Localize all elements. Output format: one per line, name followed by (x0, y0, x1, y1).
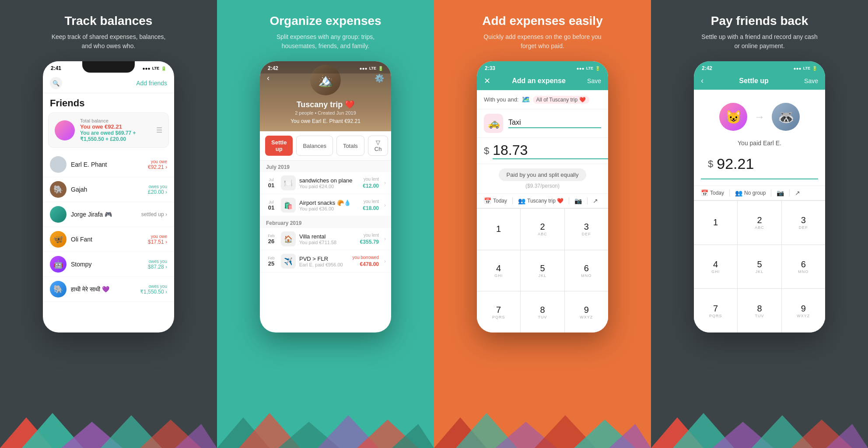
add-friends-button[interactable]: Add friends (136, 80, 167, 87)
settle-amount-input[interactable] (717, 155, 825, 172)
list-item[interactable]: 🐘 Gajah owes you £20.00 › (43, 177, 174, 202)
numpad-key-6[interactable]: 6MNO (565, 250, 608, 291)
balances-button[interactable]: Balances (296, 136, 332, 156)
expense-icon: 🍽️ (281, 175, 296, 190)
save-button[interactable]: Save (587, 77, 601, 84)
numpad-key-6[interactable]: 6MNO (782, 245, 825, 289)
numpad-key-5[interactable]: 5JKL (738, 245, 781, 289)
back-icon[interactable]: ‹ (267, 74, 270, 83)
expense-amount: you lent €12.00 (363, 177, 379, 189)
list-item[interactable]: Feb26 🏠 Villa rental You paid €711.58 yo… (260, 228, 391, 250)
group-badge[interactable]: All of Tuscany trip ❤️ (533, 96, 589, 104)
chart-button[interactable]: ▽ Ch (368, 136, 388, 156)
camera-meta[interactable]: 📷 (777, 189, 784, 196)
numpad-key-2[interactable]: 2ABC (738, 201, 781, 245)
search-icon[interactable]: 🔍 (50, 77, 62, 89)
list-item[interactable]: 🐘 हाथी मेरे साथी 💜 owes you ₹1,550.50 › (43, 277, 174, 302)
expense-list: July 2019 Jul01 🍽️ sandwiches on plane Y… (260, 161, 391, 273)
split-button[interactable]: Paid by you and split equally (499, 168, 587, 181)
phone4-header-title: Settle up (704, 77, 804, 85)
currency-symbol: $ (484, 145, 489, 157)
list-item[interactable]: Jul01 🛍️ Airport snacks 🥐💧 You paid €36.… (260, 194, 391, 217)
chevron-icon: › (384, 258, 386, 264)
list-item[interactable]: 🤖 Stompy owes you $87.28 › (43, 252, 174, 277)
avatar: 🐘 (50, 281, 66, 298)
numpad-key-9[interactable]: 9WXYZ (565, 291, 608, 332)
numpad-key-4[interactable]: 4GHI (694, 245, 737, 289)
amount-input[interactable] (493, 142, 608, 159)
settle-avatars: 😺 → 🦝 (694, 90, 825, 140)
settle-amount-row: $ (701, 152, 818, 179)
numpad-key-3[interactable]: 3DEF (782, 201, 825, 245)
friend-amount: settled up › (141, 211, 167, 217)
panel1-mountains (0, 409, 217, 448)
group-emoji: 🗺️ (522, 95, 530, 104)
currency-symbol: $ (708, 158, 713, 170)
friend-amount: you owe $17.51 › (148, 234, 167, 245)
settle-meta-row: 📅 Today 👥 No group 📷 ↗ (694, 186, 825, 200)
balance-menu-icon[interactable]: ☰ (156, 126, 162, 134)
group-meta[interactable]: 👥 Tuscany trip ❤️ (518, 197, 564, 204)
expense-amount: you borrowed €478.00 (352, 255, 379, 268)
expense-info: PVD > FLR Earl E. paid €956.00 (299, 256, 349, 267)
group-actions: Settle up Balances Totals ▽ Ch (260, 131, 391, 161)
numpad-key-5[interactable]: 5JKL (521, 250, 564, 291)
avatar (50, 206, 66, 223)
panel2-title: Organize expenses (270, 14, 381, 28)
phone4-signals: ●●● LTE 🔋 (794, 66, 817, 71)
totals-button[interactable]: Totals (336, 136, 364, 156)
share-meta[interactable]: ↗ (593, 197, 598, 204)
numpad-key-1[interactable]: 1 (694, 201, 737, 245)
numpad-key-7[interactable]: 7PQRS (477, 291, 520, 332)
settings-icon[interactable]: ⚙️ (374, 74, 384, 83)
friend-name: Gajah (71, 186, 144, 193)
share-meta[interactable]: ↗ (795, 189, 800, 196)
friend-name: Oli Fant (71, 236, 144, 243)
phone4-header: ‹ Settle up Save (694, 74, 825, 90)
list-item[interactable]: Jul01 🍽️ sandwiches on plane You paid €2… (260, 172, 391, 194)
close-icon[interactable]: ✕ (484, 76, 490, 86)
divider (512, 197, 513, 204)
phone3: 2:33 ●●● LTE 🔋 ✕ Add an expense Save Wit… (477, 61, 608, 332)
expense-icon: ✈️ (281, 254, 296, 269)
calendar-icon: 📅 (701, 189, 708, 196)
camera-icon: 📷 (574, 197, 582, 204)
group-balance-text: You owe Earl E. Phant €92.21 (290, 118, 360, 124)
camera-meta[interactable]: 📷 (574, 197, 582, 204)
expense-date: Jul01 (265, 178, 277, 189)
panel3-mountains (434, 409, 651, 448)
numpad-key-1[interactable]: 1 (477, 209, 520, 250)
list-item[interactable]: Jorge Jirafa 🎮 settled up › (43, 202, 174, 227)
phone3-time: 2:33 (485, 65, 495, 71)
phone4: 2:42 ●●● LTE 🔋 ‹ Settle up Save 😺 → 🦝 Yo… (694, 61, 825, 332)
panel-pay-friends: Pay friends back Settle up with a friend… (651, 0, 868, 448)
group-meta[interactable]: 👥 No group (735, 189, 766, 196)
expense-name-input[interactable] (508, 119, 601, 128)
with-label: With you and: (484, 96, 519, 103)
divider (789, 189, 790, 196)
category-icon[interactable]: 🚕 (484, 114, 503, 133)
expense-icon: 🏠 (281, 231, 296, 246)
list-item[interactable]: Feb25 ✈️ PVD > FLR Earl E. paid €956.00 … (260, 250, 391, 273)
date-meta[interactable]: 📅 Today (484, 197, 507, 204)
numpad-key-3[interactable]: 3DEF (565, 209, 608, 250)
expense-name: sandwiches on plane (299, 177, 359, 184)
expense-info: Villa rental You paid €711.58 (299, 233, 357, 245)
numpad-key-8[interactable]: 8TUV (521, 291, 564, 332)
phone4-status-bar: 2:42 ●●● LTE 🔋 (694, 61, 825, 74)
date-meta[interactable]: 📅 Today (701, 189, 724, 196)
save-button[interactable]: Save (804, 77, 818, 84)
list-item[interactable]: Earl E. Phant you owe €92.21 › (43, 152, 174, 177)
list-item[interactable]: 🦋 Oli Fant you owe $17.51 › (43, 227, 174, 252)
numpad-key-4[interactable]: 4GHI (477, 250, 520, 291)
panel-track-balances: Track balances Keep track of shared expe… (0, 0, 217, 448)
numpad-key-2[interactable]: 2ABC (521, 209, 564, 250)
numpad-key-7[interactable]: 7PQRS (694, 289, 737, 332)
settle-up-button[interactable]: Settle up (265, 136, 293, 156)
numpad-key-9[interactable]: 9WXYZ (782, 289, 825, 332)
friend-amount: owes you $87.28 › (148, 259, 167, 270)
group-name: All of Tuscany trip ❤️ (536, 97, 586, 103)
numpad: 1 2ABC 3DEF 4GHI 5JKL 6MNO 7PQRS 8TUV 9W… (477, 208, 608, 332)
group-icon: 👥 (735, 189, 742, 196)
numpad-key-8[interactable]: 8TUV (738, 289, 781, 332)
